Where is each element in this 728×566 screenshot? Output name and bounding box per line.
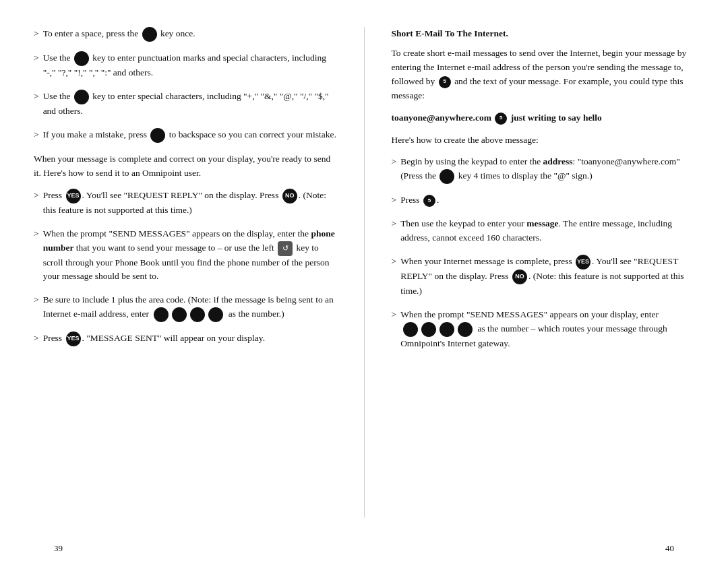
key-g1 [154, 307, 169, 322]
arrow-6: > [34, 227, 39, 241]
arrow-1: > [34, 27, 39, 41]
bullet-special: > Use the key to enter special character… [34, 90, 337, 119]
page-numbers: 39 40 [0, 538, 728, 566]
r-arrow-1: > [392, 155, 397, 169]
r-step-content-1: Begin by using the keypad to enter the a… [400, 155, 694, 184]
pages-container: > To enter a space, press the key once. … [0, 0, 728, 538]
email-example: toanyone@anywhere.com 5 just writing to … [392, 111, 695, 125]
bullet-content-1: To enter a space, press the key once. [43, 27, 337, 42]
key-g3 [190, 307, 205, 322]
arrow-7: > [34, 293, 39, 307]
step-content-4: Press YES. "MESSAGE SENT" will appear on… [43, 332, 337, 346]
key-yes-1: YES [66, 189, 81, 203]
left-page-number: 39 [54, 542, 63, 555]
key-g2 [172, 307, 187, 322]
key-5-example: 5 [495, 113, 507, 125]
key-5-intro: 5 [439, 76, 451, 88]
left-page: > To enter a space, press the key once. … [20, 27, 364, 517]
arrow-5: > [34, 189, 39, 203]
step-press-yes: > Press YES. You'll see "REQUEST REPLY" … [34, 189, 337, 218]
r-step-content-4: When your Internet message is complete, … [400, 255, 694, 298]
arrow-2: > [34, 51, 39, 65]
key-blank-4 [150, 128, 165, 143]
r-arrow-5: > [392, 308, 397, 322]
right-page: Short E-Mail To The Internet. To create … [365, 27, 708, 517]
key-yes-2: YES [66, 332, 81, 346]
r-arrow-2: > [392, 193, 397, 208]
key-g4 [208, 307, 223, 322]
r-arrow-3: > [392, 217, 397, 231]
right-step-press5: > Press 5. [392, 193, 695, 208]
right-step-complete: > When your Internet message is complete… [392, 255, 695, 298]
bullet-content-2: Use the key to enter punctuation marks a… [43, 51, 337, 80]
r-arrow-4: > [392, 255, 397, 269]
arrow-3: > [34, 90, 39, 104]
intro-paragraph: When your message is complete and correc… [34, 152, 337, 181]
key-arrow-left: ↺ [278, 241, 293, 256]
key-5-step: 5 [423, 195, 435, 207]
bullet-space: > To enter a space, press the key once. [34, 27, 337, 42]
bold-address: address [543, 156, 573, 166]
right-step-gateway: > When the prompt "SEND MESSAGES" appear… [392, 308, 695, 351]
right-intro: To create short e-mail messages to send … [392, 46, 695, 103]
key-no-1: NO [282, 189, 297, 203]
key-rg1 [403, 322, 418, 337]
bullet-content-4: If you make a mistake, press to backspac… [43, 128, 337, 143]
bullet-punctuation: > Use the key to enter punctuation marks… [34, 51, 337, 80]
heres-how: Here's how to create the above message: [392, 133, 695, 148]
key-rg3 [439, 322, 454, 337]
right-step-message: > Then use the keypad to enter your mess… [392, 217, 695, 245]
bold-message: message [526, 218, 558, 228]
step-message-sent: > Press YES. "MESSAGE SENT" will appear … [34, 332, 337, 346]
keys-group-1 [152, 307, 224, 322]
key-blank-1 [142, 27, 157, 42]
arrow-8: > [34, 332, 39, 346]
key-blank-2 [74, 51, 89, 66]
bullet-mistake: > If you make a mistake, press to backsp… [34, 128, 337, 143]
key-rg4 [458, 322, 473, 337]
step-content-1: Press YES. You'll see "REQUEST REPLY" on… [43, 189, 337, 218]
key-blank-r1 [439, 169, 454, 184]
r-step-content-3: Then use the keypad to enter your messag… [400, 217, 694, 245]
step-content-2: When the prompt "SEND MESSAGES" appears … [43, 227, 337, 284]
r-step-content-5: When the prompt "SEND MESSAGES" appears … [400, 308, 694, 351]
arrow-4: > [34, 128, 39, 142]
keys-group-2 [402, 322, 474, 337]
right-page-number: 40 [665, 542, 674, 555]
key-rg2 [421, 322, 436, 337]
key-blank-3 [74, 90, 89, 104]
key-no-r1: NO [512, 270, 527, 284]
right-step-address: > Begin by using the keypad to enter the… [392, 155, 695, 184]
key-yes-r1: YES [576, 255, 590, 270]
right-page-title: Short E-Mail To The Internet. [392, 27, 695, 41]
r-step-content-2: Press 5. [400, 193, 694, 208]
step-content-3: Be sure to include 1 plus the area code.… [43, 293, 337, 322]
step-area-code: > Be sure to include 1 plus the area cod… [34, 293, 337, 322]
step-send-messages: > When the prompt "SEND MESSAGES" appear… [34, 227, 337, 284]
bullet-content-3: Use the key to enter special characters,… [43, 90, 337, 119]
